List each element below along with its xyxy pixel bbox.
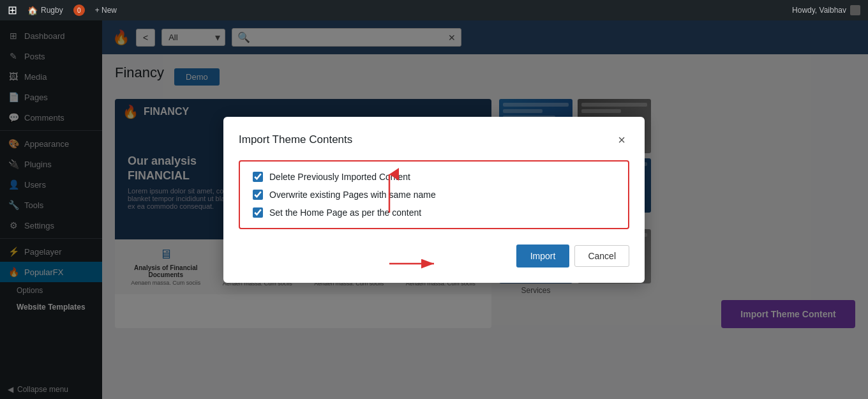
- modal-header: Import Theme Contents ×: [239, 132, 629, 147]
- option-row-delete: Delete Previously Imported Content: [253, 172, 615, 182]
- import-button[interactable]: Import: [516, 245, 570, 267]
- homepage-label: Set the Home Page as per the content: [269, 207, 421, 218]
- comment-count: 0: [73, 4, 85, 16]
- overwrite-checkbox[interactable]: [253, 190, 263, 200]
- user-avatar: [850, 5, 860, 15]
- overwrite-label: Overwrite existing Pages with same name: [269, 190, 436, 200]
- site-name: Rugby: [41, 6, 63, 15]
- wp-logo-link[interactable]: ⊞: [8, 3, 17, 17]
- modal-title: Import Theme Contents: [239, 133, 352, 146]
- modal-close-button[interactable]: ×: [614, 132, 629, 147]
- new-content-link[interactable]: + New: [95, 6, 117, 15]
- modal-overlay: Import Theme Contents × Delete Previousl…: [0, 0, 868, 399]
- option-row-homepage: Set the Home Page as per the content: [253, 207, 615, 218]
- modal-footer: Import Cancel: [239, 245, 629, 267]
- site-name-link[interactable]: 🏠 Rugby: [27, 6, 63, 15]
- option-row-overwrite: Overwrite existing Pages with same name: [253, 190, 615, 200]
- admin-bar: ⊞ 🏠 Rugby 0 + New Howdy, Vaibhav: [0, 0, 868, 20]
- new-label: + New: [95, 6, 117, 15]
- greeting-text: Howdy, Vaibhav: [792, 6, 846, 15]
- admin-bar-right: Howdy, Vaibhav: [792, 5, 860, 15]
- wp-logo-icon: ⊞: [8, 3, 17, 17]
- comments-link[interactable]: 0: [73, 4, 85, 16]
- cancel-button[interactable]: Cancel: [574, 245, 629, 267]
- delete-checkbox[interactable]: [253, 172, 263, 182]
- homepage-checkbox[interactable]: [253, 207, 263, 218]
- import-modal: Import Theme Contents × Delete Previousl…: [223, 117, 645, 283]
- home-icon: 🏠: [27, 6, 38, 15]
- delete-label: Delete Previously Imported Content: [269, 172, 410, 182]
- options-box: Delete Previously Imported Content Overw…: [239, 160, 629, 229]
